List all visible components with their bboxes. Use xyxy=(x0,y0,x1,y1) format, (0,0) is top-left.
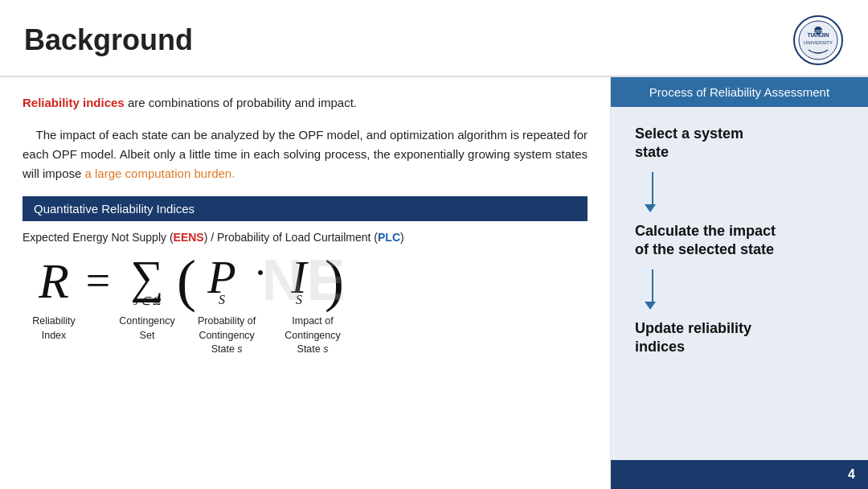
section-bar: Quantitative Reliability Indices xyxy=(23,196,588,221)
flow-step-3: Update reliabilityindices xyxy=(635,316,751,360)
label-impact-contingency: Impact ofContingencyState s xyxy=(285,314,341,357)
formula-R: R xyxy=(39,253,69,308)
formula-labels: ReliabilityIndex ContingencySet Probabil… xyxy=(23,314,588,357)
formula-Ps: P S xyxy=(198,254,246,307)
eens-label: EENS xyxy=(174,231,204,244)
svg-text:UNIVERSITY: UNIVERSITY xyxy=(804,40,833,45)
formula-Is: I S xyxy=(275,254,323,307)
intro-paragraph-2: The impact of each state can be analyzed… xyxy=(23,125,588,183)
slide-title: Background xyxy=(24,23,193,57)
plc-label: PLC xyxy=(378,231,400,244)
intro-paragraph-1: Reliability indices are combinations of … xyxy=(23,93,588,113)
formula-paren-open: ( xyxy=(177,249,196,313)
slide-header: Background TIANJIN UNIVERSITY 1895 xyxy=(0,0,868,77)
flow-step-1: Select a systemstate xyxy=(635,121,743,166)
right-panel-header: Process of Reliability Assessment xyxy=(611,77,868,107)
formula-dot: · xyxy=(256,250,266,295)
flow-arrow-2 xyxy=(649,269,656,310)
university-logo: TIANJIN UNIVERSITY 1895 xyxy=(792,14,844,66)
flow-arrow-1 xyxy=(649,172,656,212)
svg-text:1895: 1895 xyxy=(813,29,822,34)
label-contingency-set: ContingencySet xyxy=(119,314,175,343)
main-content: Reliability indices are combinations of … xyxy=(0,77,868,489)
formula-description: Expected Energy Not Supply (EENS) / Prob… xyxy=(23,231,588,244)
flow-step-2: Calculate the impactof the selected stat… xyxy=(635,219,776,263)
formula-row: R = ∑ s ∈ Ω ( P S · xyxy=(23,252,588,310)
label-reliability-index: ReliabilityIndex xyxy=(31,314,77,343)
formula-sum: ∑ s ∈ Ω xyxy=(119,254,175,308)
left-panel: Reliability indices are combinations of … xyxy=(0,77,611,489)
reliability-indices-highlight: Reliability indices xyxy=(23,96,125,109)
formula-equals: = xyxy=(86,257,110,305)
page-number: 4 xyxy=(848,467,855,482)
formula-paren-close: ) xyxy=(325,249,344,313)
computation-burden-highlight: a large computation burden. xyxy=(85,166,235,180)
right-panel: Process of Reliability Assessment Select… xyxy=(611,77,868,489)
label-prob-contingency: Probability ofContingencyState s xyxy=(198,314,256,357)
flow-diagram: Select a systemstate Calculate the impac… xyxy=(611,107,868,368)
bottom-strip: 4 xyxy=(611,460,868,489)
